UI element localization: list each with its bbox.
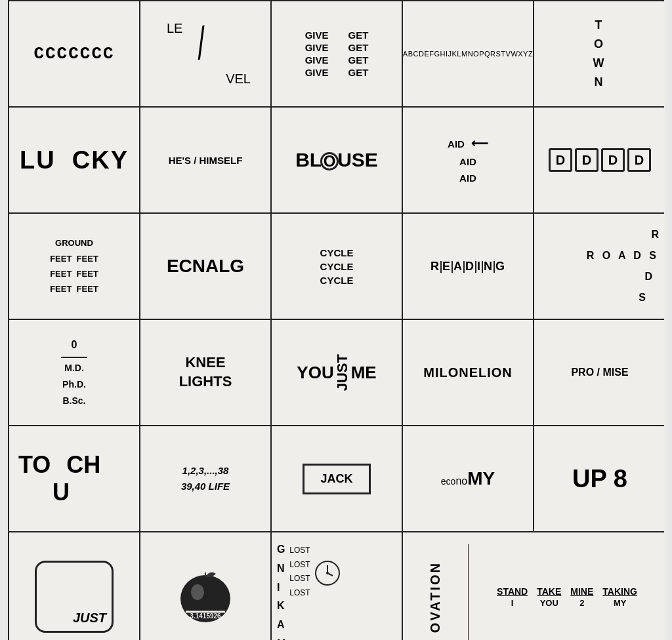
ground-line2: FEET FEET (50, 251, 98, 266)
omd-bsc: B.Sc. (62, 393, 85, 409)
cell-heshimself: HE'S / HIMSELF (140, 108, 272, 212)
taking-my: MY (614, 598, 627, 608)
mine-col: MINE 2 (570, 586, 593, 608)
eco-my: MY (467, 468, 495, 489)
mine-label: MINE (570, 586, 593, 597)
roads-r: R (541, 224, 659, 245)
gniakm-a: A (277, 616, 285, 635)
cycle-1: CYCLE (320, 247, 354, 258)
lost-1: LOST (289, 544, 310, 558)
ground-line1: GROUND (55, 235, 93, 250)
touch-u: U (52, 479, 70, 506)
omd-md: M.D. (64, 360, 84, 376)
give-2: GIVE (305, 42, 329, 53)
cell-alphabet: ABCDEFGHIJKLMNOPQRSTVWXYZ (403, 1, 534, 106)
gniakm-m: M (277, 635, 285, 640)
omd-divider (61, 357, 87, 358)
give-4: GIVE (305, 67, 329, 78)
stand-col: STAND I (497, 586, 528, 608)
roads-s: S (541, 287, 659, 308)
me-text: ME (351, 363, 377, 383)
stand-take-content: STAND I TAKE YOU MINE 2 TAKING (497, 586, 637, 608)
taking-label: TAKING (602, 586, 637, 597)
just-rounded-box: JUST (35, 561, 114, 633)
apple-svg: 3.1415926 (173, 567, 238, 626)
cell-jack: JACK (272, 426, 403, 531)
row-3: GROUND FEET FEET FEET FEET FEET FEET ECN… (9, 214, 663, 320)
heshimself-text: HE'S / HIMSELF (169, 155, 243, 166)
aid-3: AID (459, 172, 476, 184)
milonelion-text: MILONELION (423, 365, 513, 380)
eco-small: eco (441, 476, 456, 487)
stand-row-labels: STAND I TAKE YOU MINE 2 TAKING (497, 586, 637, 608)
cell-lucky: LU CKY (9, 108, 140, 212)
cell-apple: 3.1415926 (140, 532, 272, 640)
you-text: YOU (297, 363, 333, 383)
ground-line3: FEET FEET (50, 266, 98, 281)
stand-take-wrap: STAND I TAKE YOU MINE 2 TAKING (469, 544, 665, 640)
taking-col: TAKING MY (602, 586, 637, 608)
cell-justbox: JUST (9, 532, 140, 640)
alphabet-text: ABCDEFGHIJKLMNOPQRSTVWXYZ (403, 50, 533, 58)
gniakm-i: I (277, 578, 285, 597)
gniakm-letters: G N I K A M (277, 540, 285, 640)
cell-give-get: GIVE GET GIVE GET GIVE GET GIVE GET (272, 1, 403, 106)
cell-ground: GROUND FEET FEET FEET FEET FEET FEET (9, 214, 140, 319)
roads-row: R O A D S (541, 245, 659, 266)
aid-1: AID (448, 138, 465, 150)
row-4: 0 M.D. Ph.D. B.Sc. KNEE LIGHTS YOU JUST … (9, 320, 663, 426)
town-w: W (593, 54, 607, 73)
gniakm-n: N (277, 559, 285, 578)
level-vel: VEL (226, 71, 251, 87)
economy-text: econoMY (441, 468, 495, 489)
lost-4: LOST (289, 586, 310, 601)
stand-i: I (511, 598, 514, 608)
cell-ovation-stand: OVATION STAND I TAKE YOU MINE (403, 532, 665, 640)
aid-row-3: AID (459, 172, 476, 184)
get-2: GET (348, 42, 369, 53)
omd-zero: 0 (72, 336, 77, 355)
get-4: GET (348, 67, 369, 78)
arrow-left-icon: ⟵ (471, 136, 488, 151)
d-box-3: D (601, 148, 625, 172)
give-get-row-3: GIVE GET (305, 54, 369, 66)
d-box-1: D (549, 148, 572, 172)
ovation-wrap: OVATION (403, 544, 469, 640)
gniakm-k: K (277, 597, 285, 616)
blouse-o: O (320, 152, 339, 170)
ovation-text: OVATION (428, 561, 443, 633)
touch-row1: TO CH (18, 451, 100, 479)
cell-gniakm: G N I K A M LOST LOST LOST LOST (272, 532, 403, 640)
clock-icon (314, 560, 341, 586)
life-line1: 1,2,3,...,38 (182, 463, 229, 479)
just-italic-text: JUST (73, 610, 106, 626)
lucky-text: LU CKY (20, 146, 129, 174)
touch-ch: CH (66, 451, 100, 479)
town-n: N (595, 73, 606, 92)
give-get-row-4: GIVE GET (305, 67, 369, 78)
eco-no: no (455, 475, 467, 487)
lights-text: LIGHTS (179, 372, 232, 391)
omd-phd: Ph.D. (62, 376, 86, 393)
life-line2: 39,40 LIFE (181, 479, 230, 494)
ccccccc-text: CCCCCCC (33, 44, 114, 64)
aid-row-2: AID (459, 156, 476, 167)
cell-life: 1,2,3,...,38 39,40 LIFE (140, 426, 272, 531)
apple-number-svg: 3.1415926 (190, 612, 221, 620)
cell-kneelights: KNEE LIGHTS (140, 320, 272, 425)
up8-text: UP 8 (572, 465, 627, 493)
aid-row-1: AID ⟵ (448, 136, 488, 151)
touch-row2: U (18, 479, 70, 506)
lost-2: LOST (289, 558, 310, 572)
ground-line4: FEET FEET (50, 281, 98, 296)
cell-touch: TO CH U (9, 426, 140, 531)
knee-text: KNEE (185, 353, 225, 372)
take-label: TAKE (537, 586, 561, 597)
row-2: LU CKY HE'S / HIMSELF BLOUSE AID ⟵ AID A… (9, 108, 663, 214)
lost-3: LOST (289, 572, 310, 586)
cell-level: LE ╱ VEL (140, 1, 272, 106)
cell-reading: READING (403, 214, 534, 319)
cell-dddd: D D D D (534, 108, 665, 212)
cell-promise: PRO / MISE (534, 320, 665, 425)
ecnalg-text: ECNALG (167, 256, 244, 277)
